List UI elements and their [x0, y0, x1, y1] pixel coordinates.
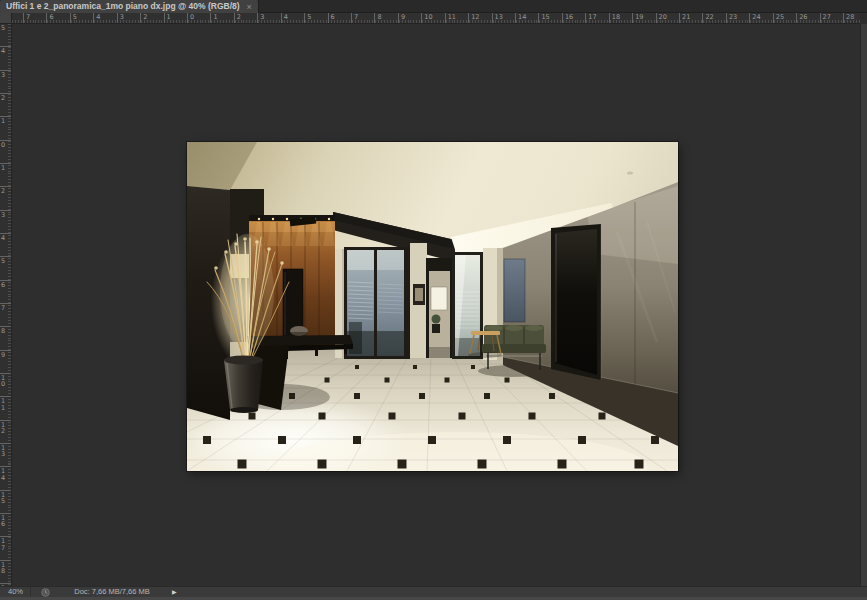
- zoom-level-field[interactable]: 40%: [0, 587, 31, 597]
- photo-dark-door: [551, 224, 601, 380]
- document-canvas-photo[interactable]: [187, 142, 678, 471]
- ruler-origin-corner[interactable]: [0, 13, 12, 24]
- doc-size-info[interactable]: Doc: 7,66 MB/7,66 MB: [64, 587, 160, 597]
- photo-office-lobby: [187, 142, 678, 471]
- canvas-pasteboard: [12, 24, 860, 586]
- status-icon[interactable]: [41, 588, 50, 597]
- document-tab-title: Uffici 1 e 2_panoramica_1mo piano dx.jpg…: [6, 0, 240, 13]
- ruler-vertical[interactable]: 54321012345678910111213141516171819: [0, 24, 12, 586]
- blue-wall-panel: [504, 259, 525, 322]
- back-window: [431, 287, 447, 310]
- status-menu-arrow-icon[interactable]: ▶: [172, 587, 177, 597]
- photoshop-window: Uffici 1 e 2_panoramica_1mo piano dx.jpg…: [0, 0, 867, 600]
- right-panel-edge: [860, 24, 867, 586]
- back-plant: [432, 315, 441, 324]
- document-tab-bar: Uffici 1 e 2_panoramica_1mo piano dx.jpg…: [0, 0, 867, 13]
- close-icon[interactable]: ×: [247, 2, 252, 12]
- ruler-horizontal[interactable]: 7654321012345678910111213141516171819202…: [12, 13, 860, 24]
- status-bar: 40% Doc: 7,66 MB/7,66 MB ▶: [0, 586, 867, 597]
- doc-info-group: Doc: 7,66 MB/7,66 MB ▶: [64, 587, 177, 597]
- document-tab[interactable]: Uffici 1 e 2_panoramica_1mo piano dx.jpg…: [0, 0, 259, 13]
